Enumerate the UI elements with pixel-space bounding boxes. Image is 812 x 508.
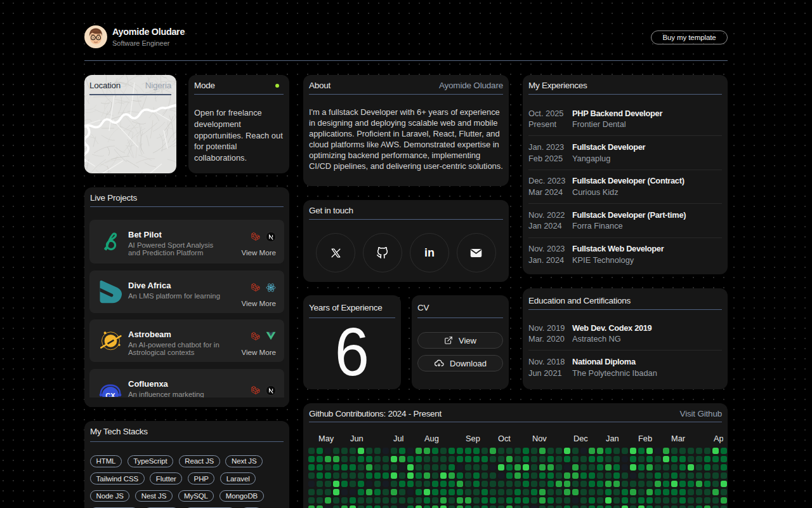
svg-text:CX: CX — [105, 391, 115, 397]
